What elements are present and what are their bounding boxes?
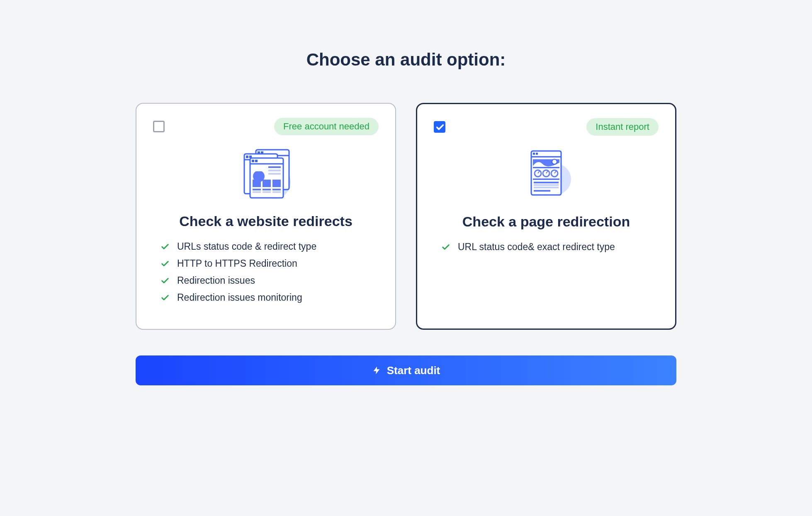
card-page-redirection[interactable]: Instant report — [416, 103, 676, 330]
website-pages-illustration-icon — [153, 144, 379, 202]
start-audit-label: Start audit — [387, 364, 440, 377]
svg-rect-13 — [268, 166, 281, 168]
svg-rect-21 — [272, 189, 281, 190]
svg-rect-42 — [534, 190, 550, 192]
svg-rect-20 — [263, 189, 271, 190]
feature-text: Redirection issues monitoring — [177, 292, 302, 303]
svg-point-30 — [552, 159, 557, 164]
card-title: Check a website redirects — [153, 213, 379, 229]
svg-rect-23 — [263, 191, 271, 193]
feature-text: URLs status code & redirect type — [177, 241, 316, 252]
svg-rect-16 — [253, 180, 261, 187]
svg-rect-24 — [272, 191, 281, 193]
feature-item: Redirection issues monitoring — [160, 292, 371, 303]
cards-row: Free account needed — [136, 103, 676, 330]
feature-item: Redirection issues — [160, 275, 371, 286]
feature-item: URL status code& exact redirect type — [441, 241, 651, 253]
svg-rect-15 — [268, 173, 281, 175]
check-icon — [160, 293, 170, 302]
check-icon — [160, 276, 170, 285]
check-icon — [441, 243, 450, 252]
feature-text: HTTP to HTTPS Redirection — [177, 258, 297, 269]
svg-rect-19 — [253, 189, 261, 190]
svg-rect-22 — [253, 191, 261, 193]
feature-list: URL status code& exact redirect type — [434, 241, 659, 253]
feature-text: URL status code& exact redirect type — [458, 241, 615, 253]
svg-rect-17 — [263, 180, 271, 187]
badge-instant-report: Instant report — [586, 118, 659, 136]
svg-rect-28 — [533, 153, 535, 155]
feature-item: HTTP to HTTPS Redirection — [160, 258, 371, 269]
badge-free-account: Free account needed — [274, 118, 379, 135]
card-website-redirects[interactable]: Free account needed — [136, 103, 396, 330]
feature-item: URLs status code & redirect type — [160, 241, 371, 252]
svg-rect-29 — [536, 153, 538, 155]
page-title: Choose an audit option: — [306, 50, 506, 70]
check-icon — [160, 259, 170, 268]
start-audit-button[interactable]: Start audit — [136, 355, 676, 385]
svg-rect-41 — [534, 187, 559, 188]
single-page-illustration-icon — [434, 144, 659, 202]
check-icon — [160, 242, 170, 251]
feature-list: URLs status code & redirect type HTTP to… — [153, 241, 379, 303]
svg-rect-7 — [246, 156, 248, 158]
feature-text: Redirection issues — [177, 275, 255, 286]
svg-rect-40 — [534, 184, 559, 186]
checkbox-unchecked-icon[interactable] — [153, 121, 165, 132]
svg-rect-39 — [534, 182, 559, 183]
svg-rect-14 — [268, 170, 281, 171]
lightning-icon — [372, 365, 381, 376]
checkbox-checked-icon[interactable] — [434, 121, 445, 133]
svg-rect-12 — [255, 160, 258, 162]
svg-rect-11 — [252, 160, 254, 162]
card-title: Check a page redirection — [434, 214, 659, 230]
svg-rect-18 — [272, 180, 281, 187]
